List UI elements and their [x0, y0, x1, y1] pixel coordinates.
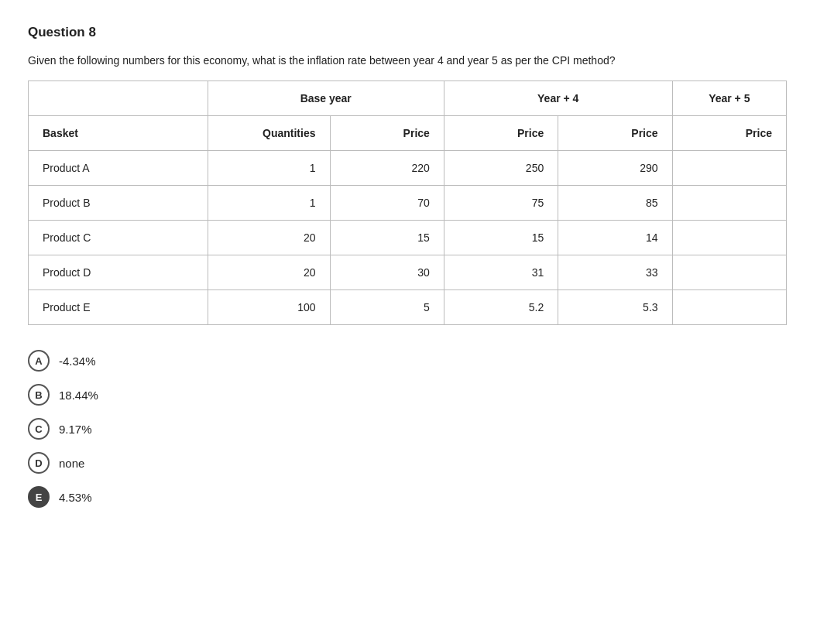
subheader-basket: Basket — [29, 116, 208, 151]
answer-circle-a: A — [28, 350, 50, 372]
price-y4-value: 31 — [444, 255, 558, 290]
answer-options: A -4.34% B 18.44% C 9.17% D none E 4.53% — [28, 350, 806, 508]
price-y5-value: 290 — [558, 151, 672, 186]
header-year4: Year + 4 — [444, 81, 672, 116]
price-base-value: 5 — [330, 290, 444, 325]
answer-option-d[interactable]: D none — [28, 452, 806, 474]
price-y4-value: 5.2 — [444, 290, 558, 325]
answer-label-e: 4.53% — [59, 491, 92, 504]
answer-option-a[interactable]: A -4.34% — [28, 350, 806, 372]
price-y5-value: 33 — [558, 255, 672, 290]
price-y5b-value — [672, 290, 786, 325]
price-y5b-value — [672, 186, 786, 221]
price-base-value: 15 — [330, 221, 444, 255]
price-y5-value: 5.3 — [558, 290, 672, 325]
price-y5b-value — [672, 151, 786, 186]
product-name: Product B — [29, 186, 208, 221]
table-row: Product D 20 30 31 33 — [29, 255, 787, 290]
price-y4-value: 75 — [444, 186, 558, 221]
answer-circle-b: B — [28, 384, 50, 406]
answer-label-a: -4.34% — [59, 355, 96, 368]
price-y5-value: 14 — [558, 221, 672, 255]
price-y4-value: 250 — [444, 151, 558, 186]
price-base-value: 30 — [330, 255, 444, 290]
answer-label-b: 18.44% — [59, 389, 98, 402]
price-y5-value: 85 — [558, 186, 672, 221]
subheader-price-y4: Price — [444, 116, 558, 151]
qty-value: 20 — [208, 221, 330, 255]
table-row: Product A 1 220 250 290 — [29, 151, 787, 186]
data-table: Base year Year + 4 Year + 5 Basket Quant… — [28, 80, 787, 325]
answer-option-e[interactable]: E 4.53% — [28, 486, 806, 508]
table-row: Product E 100 5 5.2 5.3 — [29, 290, 787, 325]
qty-value: 1 — [208, 186, 330, 221]
qty-value: 20 — [208, 255, 330, 290]
price-base-value: 220 — [330, 151, 444, 186]
answer-circle-c: C — [28, 418, 50, 440]
product-name: Product A — [29, 151, 208, 186]
price-y5b-value — [672, 255, 786, 290]
question-text: Given the following numbers for this eco… — [28, 54, 806, 67]
product-name: Product D — [29, 255, 208, 290]
subheader-price-y5b: Price — [672, 116, 786, 151]
answer-option-b[interactable]: B 18.44% — [28, 384, 806, 406]
qty-value: 100 — [208, 290, 330, 325]
product-name: Product C — [29, 221, 208, 255]
table-row: Product C 20 15 15 14 — [29, 221, 787, 255]
price-y4-value: 15 — [444, 221, 558, 255]
table-row: Product B 1 70 75 85 — [29, 186, 787, 221]
header-base-year: Base year — [208, 81, 444, 116]
price-base-value: 70 — [330, 186, 444, 221]
price-y5b-value — [672, 221, 786, 255]
subheader-price-y5: Price — [558, 116, 672, 151]
answer-circle-d: D — [28, 452, 50, 474]
qty-value: 1 — [208, 151, 330, 186]
subheader-quantities: Quantities — [208, 116, 330, 151]
product-name: Product E — [29, 290, 208, 325]
header-empty — [29, 81, 208, 116]
answer-circle-e: E — [28, 486, 50, 508]
header-year5: Year + 5 — [672, 81, 786, 116]
answer-label-d: none — [59, 457, 84, 470]
subheader-price-base: Price — [330, 116, 444, 151]
question-number: Question 8 — [28, 25, 806, 40]
answer-option-c[interactable]: C 9.17% — [28, 418, 806, 440]
answer-label-c: 9.17% — [59, 423, 92, 436]
